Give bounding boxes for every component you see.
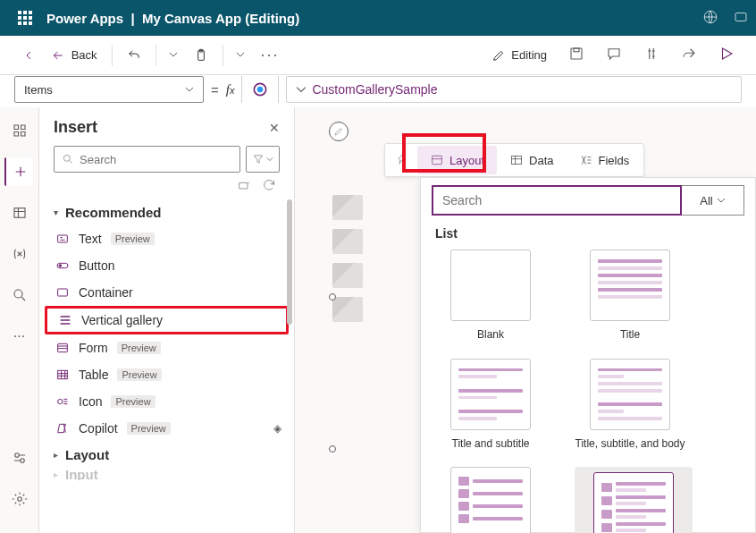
layout-image-title-subtitle[interactable]: Image, title, and subtitle: [575, 467, 693, 533]
svg-rect-8: [29, 21, 32, 25]
svg-rect-17: [14, 208, 25, 218]
insert-search-input[interactable]: [80, 153, 232, 166]
gallery-row-thumb: [332, 297, 363, 322]
svg-point-22: [63, 155, 70, 161]
svg-point-20: [20, 459, 24, 463]
app-checker-icon[interactable]: [636, 40, 667, 70]
svg-rect-13: [571, 48, 582, 59]
editing-mode[interactable]: Editing: [484, 45, 554, 66]
svg-point-26: [59, 265, 62, 267]
chevron-down-icon: ▾: [54, 207, 58, 217]
layout-filter[interactable]: All: [682, 185, 744, 216]
svg-rect-6: [18, 21, 21, 25]
waffle-icon[interactable]: [7, 11, 43, 25]
layout-search-input[interactable]: [432, 185, 682, 216]
tree-view-icon[interactable]: [5, 116, 34, 145]
property-selector[interactable]: Items: [14, 76, 204, 103]
svg-rect-28: [58, 343, 68, 351]
variables-icon[interactable]: [5, 240, 34, 268]
section-input[interactable]: ▸ Input: [39, 468, 294, 480]
layout-title-subtitle-body[interactable]: Title, subtitle, and body: [575, 359, 685, 452]
insert-table[interactable]: Table Preview: [39, 361, 294, 388]
resize-handle[interactable]: [329, 445, 336, 453]
layout-title[interactable]: Title: [575, 250, 685, 343]
main-area: ··· Insert ✕ ▾: [0, 107, 756, 533]
data-icon[interactable]: [5, 199, 34, 227]
more-button[interactable]: ···: [254, 42, 287, 68]
copilot-header-icon[interactable]: [733, 9, 749, 28]
app-title: Power Apps | My Canvas App (Editing): [46, 11, 299, 26]
section-layout[interactable]: ▸ Layout: [39, 442, 294, 468]
gallery-row-thumb: [332, 195, 363, 220]
pin-icon[interactable]: [387, 148, 417, 173]
import-icon[interactable]: [237, 178, 251, 192]
refresh-icon[interactable]: [262, 178, 276, 192]
insert-form[interactable]: Form Preview: [39, 334, 294, 361]
property-name: Items: [24, 83, 53, 97]
section-recommended[interactable]: ▾ Recommended: [39, 199, 294, 225]
formula-copilot-icon[interactable]: [249, 79, 271, 100]
svg-rect-10: [735, 13, 746, 21]
insert-container[interactable]: Container: [39, 279, 294, 306]
formula-input[interactable]: CustomGallerySample: [286, 76, 742, 103]
tab-layout[interactable]: Layout: [417, 146, 497, 174]
chevron-right-icon: ▸: [54, 450, 58, 460]
paste-more-chevron[interactable]: [231, 45, 250, 65]
canvas-area[interactable]: Layout Data Fields All List: [295, 107, 756, 533]
tab-data[interactable]: Data: [497, 146, 566, 174]
tools-icon[interactable]: [5, 444, 34, 472]
insert-button[interactable]: Button: [39, 252, 294, 279]
svg-rect-0: [18, 11, 21, 14]
preview-badge: Preview: [111, 395, 155, 408]
search-icon[interactable]: [5, 281, 34, 309]
formula-value: CustomGallerySample: [312, 82, 437, 97]
svg-rect-23: [239, 182, 248, 189]
search-icon: [62, 153, 74, 165]
chevron-down-icon: [717, 196, 726, 205]
svg-rect-7: [23, 21, 27, 25]
more-rail-icon[interactable]: ···: [5, 322, 34, 351]
svg-rect-14: [574, 48, 579, 52]
play-icon[interactable]: [711, 40, 742, 70]
comments-icon[interactable]: [599, 40, 629, 70]
save-icon[interactable]: [561, 40, 592, 70]
paste-button[interactable]: [187, 45, 215, 66]
svg-rect-2: [29, 11, 32, 14]
close-icon[interactable]: ✕: [269, 121, 280, 135]
scrollbar[interactable]: [287, 199, 292, 325]
fx-button[interactable]: fx: [226, 82, 235, 97]
edit-pencil-icon[interactable]: [329, 122, 349, 141]
svg-rect-31: [433, 156, 442, 164]
insert-scroll[interactable]: ▾ Recommended Text Preview Button Contai…: [39, 199, 294, 533]
layout-title-subtitle[interactable]: Title and subtitle: [435, 359, 546, 452]
preview-badge: Preview: [117, 342, 161, 354]
panel-title: Insert: [54, 118, 97, 137]
preview-badge: Preview: [127, 422, 171, 435]
tab-fields[interactable]: Fields: [567, 146, 643, 174]
list-section-label: List: [432, 226, 744, 250]
back-button[interactable]: Back: [14, 45, 105, 66]
preview-badge: Preview: [117, 368, 161, 381]
insert-icon[interactable]: [4, 157, 33, 186]
filter-button[interactable]: [246, 146, 280, 173]
svg-rect-5: [29, 16, 32, 20]
undo-button[interactable]: [120, 45, 148, 66]
insert-search-box[interactable]: [54, 146, 240, 173]
insert-icon[interactable]: Icon Preview: [39, 388, 294, 415]
settings-icon[interactable]: [5, 485, 34, 513]
insert-copilot[interactable]: Copilot Preview ◈: [39, 415, 294, 442]
environment-icon[interactable]: [702, 9, 718, 28]
svg-rect-4: [23, 16, 27, 20]
context-tabs: Layout Data Fields: [384, 143, 644, 177]
svg-point-30: [58, 399, 63, 403]
undo-more-chevron[interactable]: [164, 45, 183, 65]
insert-text[interactable]: Text Preview: [39, 225, 294, 252]
resize-handle[interactable]: [329, 293, 336, 300]
layout-image-title[interactable]: Image and title: [435, 467, 546, 533]
share-icon[interactable]: [674, 40, 704, 70]
preview-badge: Preview: [111, 233, 155, 245]
insert-vertical-gallery[interactable]: Vertical gallery: [45, 306, 289, 334]
chevron-down-icon: [296, 84, 307, 95]
layout-blank[interactable]: Blank: [435, 250, 546, 343]
editing-label: Editing: [511, 48, 547, 62]
